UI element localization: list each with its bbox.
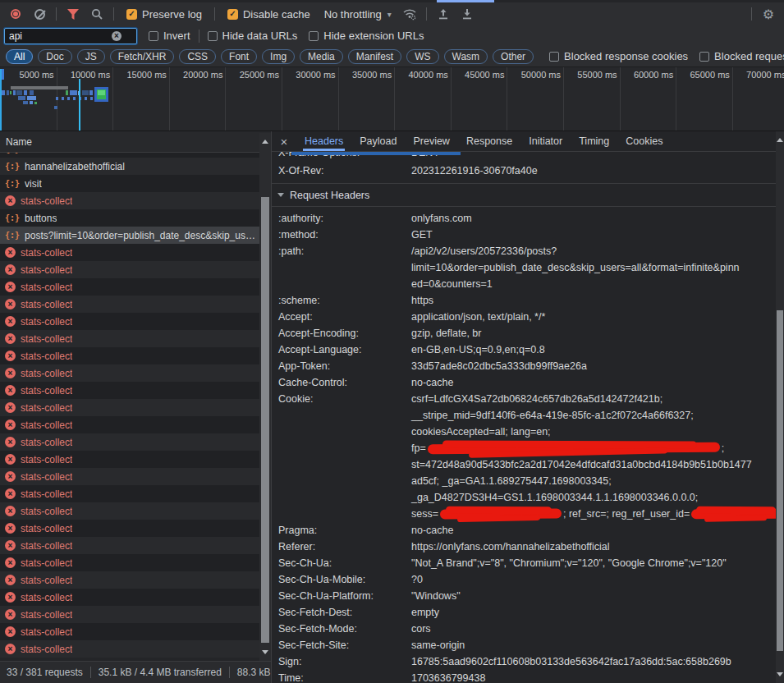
header-value: cors [411,621,776,637]
search-icon[interactable] [86,4,108,24]
tab-timing[interactable]: Timing [571,131,617,151]
waterfall-bar [98,90,105,95]
request-row[interactable]: ×stats-collect [0,451,259,468]
header-value-text: "Not_A Brand";v="8", "Chromium";v="120",… [411,557,727,569]
request-row[interactable]: ×stats-collect [0,554,259,571]
filter-input[interactable] [5,30,112,42]
header-value-line: onlyfans.com [411,210,776,227]
tab-preview[interactable]: Preview [405,131,457,151]
request-row[interactable]: ×stats-collect [0,502,259,520]
request-row[interactable]: ×stats-collect [0,261,259,278]
scroll-up-arrow[interactable] [262,140,268,144]
request-row[interactable]: ×stats-collect [0,364,259,382]
request-row[interactable]: ×stats-collect [0,244,259,261]
request-name: stats-collect [21,488,72,500]
timeline-tick-label: 50000 ms [503,70,561,80]
header-name: Sec-Fetch-Dest: [272,604,411,621]
scroll-up-arrow[interactable] [777,138,783,142]
filter-pill-css[interactable]: CSS [179,49,216,64]
section-title: Request Headers [290,190,369,201]
request-row[interactable]: ×stats-collect [0,485,259,502]
tab-response[interactable]: Response [458,131,520,151]
filter-pill-doc[interactable]: Doc [38,49,71,64]
request-row[interactable]: ×stats-collect [0,313,259,330]
filter-pill-ws[interactable]: WS [406,49,438,64]
request-row[interactable]: ×stats-collect [0,571,259,589]
settings-gear-icon[interactable]: ⚙ [758,4,779,24]
filter-pill-js[interactable]: JS [77,49,105,64]
request-row[interactable]: ×stats-collect [0,296,259,313]
disable-cache-checkbox[interactable]: ✓ Disable cache [227,8,310,21]
request-row[interactable]: ×stats-collect [0,330,259,347]
request-headers-section[interactable]: Request Headers [272,184,776,207]
request-row[interactable]: {:}hannahelizabethofficial [0,158,259,175]
import-har-icon[interactable] [433,4,454,24]
header-name: :method: [272,227,411,243]
request-row[interactable]: ×stats-collect [0,382,259,399]
record-button[interactable] [5,4,26,24]
tab-payload[interactable]: Payload [351,131,405,151]
clear-filter-icon[interactable]: × [112,31,121,41]
header-value: 16785:5aad9602cf110608b03133de563642fac1… [411,653,776,670]
invert-checkbox[interactable]: Invert [149,30,190,42]
request-row[interactable]: ×stats-collect [0,192,259,209]
header-value-text: ?0 [411,574,423,585]
scrollbar-thumb[interactable] [777,310,783,651]
request-row[interactable]: ×stats-collect [0,416,259,433]
hide-data-urls-checkbox[interactable]: Hide data URLs [208,30,298,42]
request-row[interactable]: ×stats-collect [0,433,259,451]
failed-request-icon: × [5,626,16,637]
hide-extension-urls-checkbox[interactable]: Hide extension URLs [309,30,424,42]
request-row[interactable]: {:}buttons [0,209,259,227]
filter-pill-img[interactable]: Img [262,49,295,64]
request-row[interactable]: ×stats-collect [0,468,259,485]
filter-pill-all[interactable]: All [6,49,33,64]
filter-toggle-icon[interactable] [62,4,84,24]
tab-headers[interactable]: Headers [296,131,351,151]
request-row[interactable]: ×stats-collect [0,589,259,606]
filter-pill-other[interactable]: Other [493,49,534,64]
close-icon[interactable]: × [272,131,296,151]
filter-pill-font[interactable]: Font [221,49,257,64]
timeline-overview[interactable]: 5000 ms10000 ms15000 ms20000 ms25000 ms3… [0,67,784,131]
network-conditions-icon[interactable] [399,4,420,24]
request-row[interactable]: {:}posts?limit=10&order=publish_date_des… [0,227,259,244]
filter-pill-wasm[interactable]: Wasm [444,49,488,64]
request-row[interactable]: ×stats-collect [0,278,259,296]
request-row[interactable]: ×stats-collect [0,520,259,537]
tab-cookies[interactable]: Cookies [617,131,671,151]
request-row[interactable]: ×stats-collect [0,640,259,658]
throttling-select[interactable]: No throttling ▾ [324,8,392,21]
request-row[interactable]: {:}visit [0,175,259,192]
scroll-down-arrow[interactable] [262,650,268,654]
filter-pill-manifest[interactable]: Manifest [348,49,401,64]
filter-pill-media[interactable]: Media [300,49,343,64]
blocked-requests-checkbox[interactable]: Blocked requests [699,50,784,62]
clear-button[interactable] [29,4,50,24]
details-scrollbar[interactable] [776,131,784,683]
header-value-line: ed=0&counters=1 [411,276,776,292]
scrollbar-thumb[interactable] [261,197,269,643]
request-row[interactable]: ×stats-collect [0,347,259,364]
request-row[interactable]: ×stats-collect [0,623,259,640]
filter-pill-fetch-xhr[interactable]: Fetch/XHR [110,49,175,64]
header-value-text: empty [411,607,439,618]
request-name: visit [25,178,42,190]
request-row[interactable]: ×stats-collect [0,606,259,623]
header-value-text: __stripe_mid=9df140f6-e64a-419e-85fc-a1c… [411,410,694,421]
request-row[interactable]: ×stats-collect [0,537,259,554]
preserve-log-checkbox[interactable]: ✓ Preserve log [126,8,202,21]
request-row[interactable]: ×stats-collect [0,399,259,416]
export-har-icon[interactable] [456,4,478,24]
scroll-down-arrow[interactable] [777,672,783,676]
header-value-text: ; [722,442,724,454]
name-column-header[interactable]: Name [0,131,271,153]
tab-initiator[interactable]: Initiator [520,131,571,151]
waterfall-bar [2,90,5,95]
list-scrollbar[interactable] [259,133,271,661]
timeline-tick-label: 10000 ms [53,70,110,80]
name-column-label: Name [6,136,32,148]
blocked-response-cookies-checkbox[interactable]: Blocked response cookies [549,50,688,62]
request-header-row: Time:1703636799438 [272,670,776,683]
failed-request-icon: × [5,316,16,327]
